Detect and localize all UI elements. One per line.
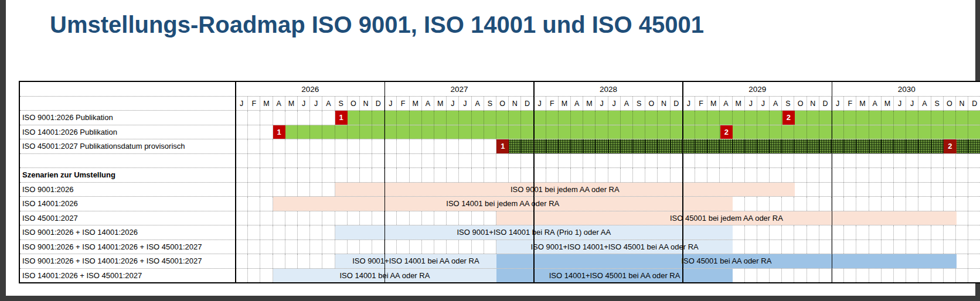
gantt-cell [931,269,944,283]
month-header: D [521,97,533,110]
header-years-row: 20262027202820292030 [20,82,980,96]
gantt-cell [596,125,608,139]
gantt-cell [397,240,409,254]
gantt-cell [298,139,310,153]
month-header: D [819,97,832,110]
gantt-cell [236,197,248,211]
gantt-cell [260,211,273,225]
gantt-cell [459,154,471,168]
gantt-cell [707,154,720,168]
gantt-cell [322,111,335,125]
month-header: J [384,97,397,110]
gantt-cell [348,139,360,153]
gantt-cell [583,111,596,125]
gantt-cell [856,183,869,197]
gantt-cell [434,139,447,153]
row-chart-area: ISO 9001+ISO 14001 bei RA (Prio 1) oder … [236,225,980,240]
gantt-cell [894,269,906,283]
gantt-cell [869,269,882,283]
gantt-cell [645,139,658,153]
table-row: ISO 14001:2026 Publikation12 [20,125,980,139]
gantt-cell [944,225,956,240]
gantt-cell [894,240,906,254]
gantt-cell [621,111,633,125]
gantt-cell [782,139,794,153]
gantt-cell [832,111,844,125]
gantt-cell [757,154,770,168]
row-chart-area: ISO 14001 bei AA oder RAISO 14001+ISO 45… [236,269,980,283]
gantt-cell [434,154,447,168]
gantt-cell [335,240,348,254]
gantt-cell [856,225,869,240]
row-label: ISO 14001:2026 + ISO 45001:2027 [20,269,236,283]
gantt-cell [496,111,509,125]
month-header: A [621,97,633,110]
month-header: O [794,97,807,110]
gantt-cell [968,154,980,168]
gantt-cell [248,225,260,240]
gantt-cell [807,125,819,139]
gantt-cell [298,183,310,197]
gantt-cell [968,125,980,139]
gantt-cell [285,211,298,225]
month-header: M [559,97,571,110]
gantt-cell [285,111,298,125]
gantt-cell [534,154,546,168]
gantt-cell [918,183,931,197]
gantt-cell [807,183,819,197]
gantt-cell [794,240,807,254]
gantt-cell [770,154,782,168]
gantt-cell [322,139,335,153]
gantt-cell [633,125,645,139]
gantt-cell [894,197,906,211]
gantt-cell [596,168,608,182]
gantt-cell [819,269,832,283]
gantt-cell [509,154,521,168]
gantt-cell [422,111,434,125]
gantt-cell [384,125,397,139]
gantt-cell [372,139,384,153]
gantt-cell [794,139,807,153]
gantt-cell [397,139,409,153]
roadmap-gantt-table: 20262027202820292030JFMAMJJASONDJFMAMJJA… [19,81,980,283]
gantt-cell [372,125,384,139]
gantt-cell [956,240,968,254]
scenario-bar: ISO 45001 bei AA oder RA [496,254,956,268]
gantt-cell [745,240,757,254]
gantt-cell [484,240,496,254]
gantt-cell [472,211,484,225]
gantt-cell [869,154,882,168]
gantt-cell [782,125,794,139]
gantt-cell [248,125,260,139]
gantt-cell [956,269,968,283]
month-header: N [360,97,372,110]
gantt-cell [397,211,409,225]
gantt-cell [770,111,782,125]
gantt-cell [534,139,546,153]
month-header: F [695,97,707,110]
month-header: J [832,97,844,110]
gantt-cell [671,168,683,182]
gantt-cell [608,154,621,168]
gantt-cell [807,269,819,283]
gantt-cell [273,111,285,125]
gantt-cell [894,139,906,153]
gantt-cell [956,254,968,268]
months-strip: JFMAMJJASONDJFMAMJJASONDJFMAMJJASONDJFMA… [236,97,980,110]
gantt-cell [285,139,298,153]
gantt-cell [695,168,707,182]
publication-marker: 1 [335,111,348,125]
gantt-cell [956,183,968,197]
year-boundary-line [682,82,683,282]
gantt-cell [546,111,559,125]
gantt-cell [447,211,459,225]
gantt-cell [335,139,348,153]
gantt-cell [695,154,707,168]
month-header: A [720,97,732,110]
gantt-cell [410,125,422,139]
gantt-cell [807,225,819,240]
publication-marker: 2 [944,139,956,153]
gantt-cell [521,125,533,139]
gantt-cell [571,111,583,125]
gantt-cell [521,168,533,182]
